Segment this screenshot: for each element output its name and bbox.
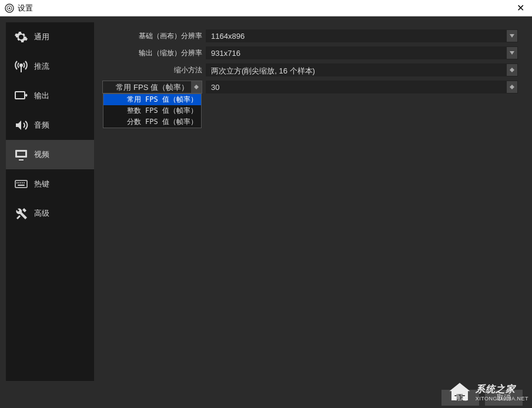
base-resolution-value: 1164x896 bbox=[211, 32, 245, 41]
sidebar-item-general[interactable]: 通用 bbox=[6, 22, 94, 52]
main-container: 通用 推流 输出 音频 视频 bbox=[0, 16, 532, 387]
sidebar-item-hotkeys[interactable]: 热键 bbox=[6, 169, 94, 199]
close-button[interactable]: ✕ bbox=[513, 2, 527, 14]
keyboard-icon bbox=[14, 177, 28, 191]
svg-rect-9 bbox=[15, 180, 27, 188]
spinner-icon[interactable] bbox=[507, 81, 517, 93]
output-resolution-label: 输出（缩放）分辨率 bbox=[102, 48, 202, 58]
house-icon bbox=[447, 380, 472, 404]
watermark-sub: XITONGZHIJIA.NET bbox=[476, 396, 528, 402]
fps-value: 30 bbox=[211, 83, 219, 92]
sidebar-item-stream[interactable]: 推流 bbox=[6, 52, 94, 81]
titlebar: 设置 ✕ bbox=[0, 0, 532, 16]
output-resolution-combo[interactable]: 931x716 bbox=[206, 46, 518, 59]
sidebar-item-output[interactable]: 输出 bbox=[6, 81, 94, 111]
svg-point-2 bbox=[9, 7, 11, 9]
sidebar-label: 视频 bbox=[34, 149, 49, 160]
monitor-icon bbox=[14, 148, 28, 162]
sidebar-label: 高级 bbox=[34, 208, 49, 219]
window-title: 设置 bbox=[18, 3, 513, 14]
chevron-down-icon[interactable] bbox=[507, 47, 517, 59]
chevron-down-icon[interactable] bbox=[507, 30, 517, 42]
svg-rect-17 bbox=[463, 395, 465, 396]
output-resolution-value: 931x716 bbox=[211, 49, 240, 58]
sidebar-item-advanced[interactable]: 高级 bbox=[6, 199, 94, 228]
fps-type-value: 常用 FPS 值（帧率） bbox=[116, 83, 189, 92]
downscale-value: 两次立方(削尖缩放, 16 个样本) bbox=[211, 66, 315, 75]
base-resolution-row: 基础（画布）分辨率 1164x896 bbox=[102, 29, 518, 42]
output-icon bbox=[14, 89, 28, 103]
sidebar-label: 热键 bbox=[34, 179, 49, 189]
fps-option-integer[interactable]: 整数 FPS 值（帧率） bbox=[103, 105, 201, 116]
sidebar: 通用 推流 输出 音频 视频 bbox=[6, 22, 94, 381]
svg-point-3 bbox=[20, 64, 22, 66]
sidebar-item-video[interactable]: 视频 bbox=[6, 140, 94, 169]
base-resolution-combo[interactable]: 1164x896 bbox=[206, 29, 518, 42]
fps-option-common[interactable]: 常用 FPS 值（帧率） bbox=[103, 94, 201, 105]
antenna-icon bbox=[14, 59, 28, 73]
watermark-text: 系统之家 XITONGZHIJIA.NET bbox=[476, 383, 528, 402]
fps-type-wrapper: 常用 FPS 值（帧率） 常用 FPS 值（帧率） 整数 FPS 值（帧率） 分… bbox=[102, 81, 202, 93]
svg-rect-16 bbox=[454, 395, 457, 396]
watermark: 系统之家 XITONGZHIJIA.NET bbox=[447, 380, 528, 404]
watermark-main: 系统之家 bbox=[476, 383, 528, 396]
fps-type-combo[interactable]: 常用 FPS 值（帧率） 常用 FPS 值（帧率） 整数 FPS 值（帧率） 分… bbox=[102, 81, 202, 93]
app-icon bbox=[5, 4, 14, 13]
svg-rect-5 bbox=[15, 92, 25, 99]
sidebar-label: 推流 bbox=[34, 61, 49, 72]
tools-icon bbox=[14, 206, 28, 220]
output-resolution-row: 输出（缩放）分辨率 931x716 bbox=[102, 46, 518, 59]
sidebar-label: 通用 bbox=[34, 32, 49, 42]
spinner-icon[interactable] bbox=[191, 81, 202, 93]
speaker-icon bbox=[14, 118, 28, 132]
downscale-label: 缩小方法 bbox=[102, 65, 202, 75]
sidebar-item-audio[interactable]: 音频 bbox=[6, 111, 94, 140]
content-area: 基础（画布）分辨率 1164x896 输出（缩放）分辨率 931x716 缩小方… bbox=[94, 22, 526, 381]
gear-icon bbox=[14, 30, 28, 44]
base-resolution-label: 基础（画布）分辨率 bbox=[102, 31, 202, 41]
fps-row: 常用 FPS 值（帧率） 常用 FPS 值（帧率） 整数 FPS 值（帧率） 分… bbox=[102, 81, 518, 93]
spinner-icon[interactable] bbox=[507, 64, 517, 76]
downscale-combo[interactable]: 两次立方(削尖缩放, 16 个样本) bbox=[206, 63, 518, 76]
svg-rect-7 bbox=[16, 151, 26, 156]
downscale-row: 缩小方法 两次立方(削尖缩放, 16 个样本) bbox=[102, 63, 518, 76]
fps-value-combo[interactable]: 30 bbox=[206, 81, 518, 93]
sidebar-label: 输出 bbox=[34, 91, 49, 101]
sidebar-label: 音频 bbox=[34, 120, 49, 131]
fps-type-dropdown: 常用 FPS 值（帧率） 整数 FPS 值（帧率） 分数 FPS 值（帧率） bbox=[103, 93, 202, 128]
fps-option-fraction[interactable]: 分数 FPS 值（帧率） bbox=[103, 116, 201, 128]
